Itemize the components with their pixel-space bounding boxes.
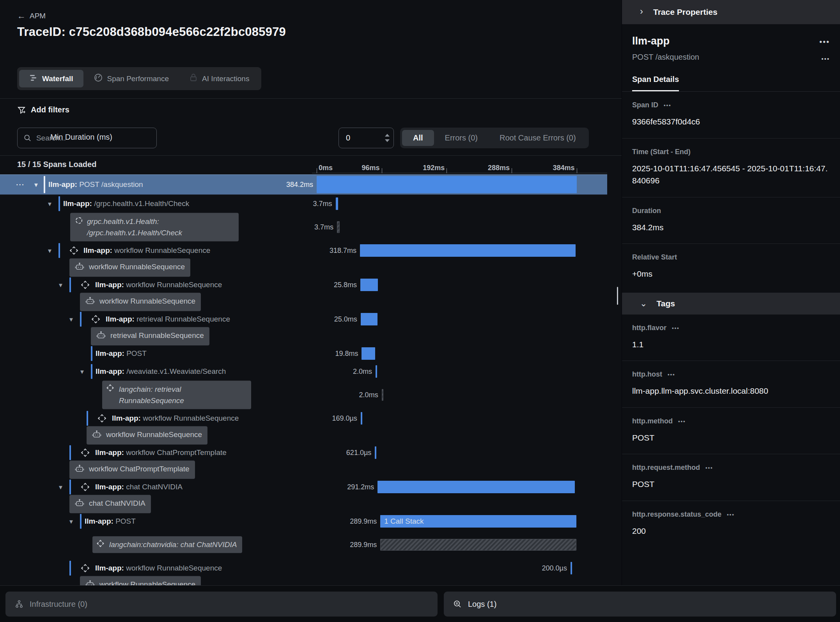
min-duration-value[interactable]: 0 xyxy=(346,133,385,142)
stepper-up-icon[interactable] xyxy=(385,134,390,137)
span-row[interactable]: ▼llm-app: /weaviate.v1.Weaviate/Search2.… xyxy=(0,363,607,380)
tab-span-performance[interactable]: Span Performance xyxy=(83,69,179,88)
chevron-down-icon[interactable]: ▼ xyxy=(79,368,85,375)
span-origin-chip[interactable]: workflow ChatPromptTemplate xyxy=(69,460,195,479)
span-row[interactable]: ▼llm-app: workflow RunnableSequence25.8m… xyxy=(0,276,607,294)
robot-icon xyxy=(85,295,95,308)
robot-icon xyxy=(75,261,84,274)
stepper-down-icon[interactable] xyxy=(385,139,390,142)
chip-row[interactable]: workflow RunnableSequence xyxy=(0,427,607,444)
min-duration-input[interactable]: 0 xyxy=(338,128,394,148)
span-row[interactable]: ⋯▼llm-app: POST /askquestion384.2ms xyxy=(0,174,607,195)
tab-ai-interactions[interactable]: AI Interactions xyxy=(179,69,259,88)
chevron-down-icon[interactable]: ▼ xyxy=(58,484,64,490)
tab-span-details[interactable]: Span Details xyxy=(632,75,679,91)
span-origin-chip[interactable]: langchain:chatnvidia: chat ChatNVIDIA xyxy=(92,536,242,553)
duration-bar[interactable] xyxy=(375,446,376,459)
span-row[interactable]: llm-app: workflow RunnableSequence169.0µ… xyxy=(0,409,607,427)
span-row[interactable]: ▼llm-app: /grpc.health.v1.Health/Check3.… xyxy=(0,195,607,213)
panel-header: › Trace Properties xyxy=(622,0,840,24)
collapse-panel-icon[interactable]: › xyxy=(640,6,643,17)
scrollbar-thumb[interactable] xyxy=(617,287,618,305)
back-link[interactable]: ← APM xyxy=(17,11,46,21)
chevron-down-icon[interactable]: ▼ xyxy=(58,282,64,288)
span-detail-key: Relative Start xyxy=(632,253,677,261)
span-origin-chip[interactable]: workflow RunnableSequence xyxy=(69,258,190,277)
chevron-down-icon[interactable]: ▼ xyxy=(47,201,53,207)
ruler-tick xyxy=(577,168,577,173)
duration-bar[interactable] xyxy=(360,279,378,291)
segment-all[interactable]: All xyxy=(402,130,434,146)
field-menu-icon[interactable]: ••• xyxy=(727,512,735,517)
duration-bar[interactable] xyxy=(380,539,576,551)
tags-section-header[interactable]: ⌄ Tags xyxy=(622,293,840,315)
span-operation-name: workflow RunnableSequence xyxy=(143,414,239,422)
span-origin-chip[interactable]: grpc.health.v1.Health: /grpc.health.v1.H… xyxy=(70,213,239,242)
add-filters-button[interactable]: Add filters xyxy=(17,105,69,114)
duration-bar[interactable] xyxy=(382,389,383,401)
chip-row[interactable]: workflow RunnableSequence xyxy=(0,259,607,276)
panel-tabs: Span Details xyxy=(622,75,840,92)
chip-row[interactable]: workflow RunnableSequence xyxy=(0,294,607,310)
tags-title: Tags xyxy=(656,299,675,308)
infrastructure-button[interactable]: Infrastructure (0) xyxy=(5,592,438,617)
span-label: llm-app: chat ChatNVIDIA xyxy=(95,483,183,491)
span-origin-chip[interactable]: workflow RunnableSequence xyxy=(80,293,201,311)
tab-waterfall[interactable]: Waterfall xyxy=(19,70,83,87)
segment-errors-0-[interactable]: Errors (0) xyxy=(434,130,489,146)
duration-bar[interactable] xyxy=(317,176,577,193)
min-duration-stepper[interactable] xyxy=(385,134,390,142)
row-menu-icon[interactable]: ⋯ xyxy=(16,179,25,190)
duration-bar[interactable] xyxy=(360,244,576,257)
duration-bar[interactable] xyxy=(362,347,375,360)
duration-bar[interactable] xyxy=(377,481,575,493)
service-menu-icon[interactable]: ••• xyxy=(819,37,830,46)
span-row[interactable]: ▼llm-app: chat ChatNVIDIA291.2ms xyxy=(0,478,607,496)
chip-row[interactable]: grpc.health.v1.Health: /grpc.health.v1.H… xyxy=(0,213,607,242)
duration-bar[interactable] xyxy=(571,562,572,574)
duration-bar[interactable] xyxy=(376,365,377,378)
segment-root-cause-errors-0-[interactable]: Root Cause Errors (0) xyxy=(489,130,587,146)
span-service-name: llm-app: xyxy=(106,315,136,323)
span-row[interactable]: llm-app: workflow RunnableSequence200.0µ… xyxy=(0,559,607,577)
span-origin-chip[interactable]: workflow RunnableSequence xyxy=(80,576,201,585)
span-row[interactable]: ▼llm-app: retrieval RunnableSequence25.0… xyxy=(0,310,607,328)
span-origin-chip[interactable]: langchain: retrieval RunnableSequence xyxy=(102,381,251,409)
span-origin-chip[interactable]: chat ChatNVIDIA xyxy=(69,495,151,513)
duration-bar[interactable] xyxy=(336,197,338,210)
field-menu-icon[interactable]: ••• xyxy=(664,102,672,108)
chip-row[interactable]: langchain:chatnvidia: chat ChatNVIDIA289… xyxy=(0,530,607,559)
chevron-down-icon[interactable]: ▼ xyxy=(68,316,74,323)
duration-bar[interactable]: 1 Call Stack xyxy=(380,515,576,528)
chevron-down-icon[interactable]: ▼ xyxy=(68,518,74,525)
span-row[interactable]: ▼llm-app: workflow RunnableSequence318.7… xyxy=(0,242,607,259)
chevron-down-icon[interactable]: ▼ xyxy=(47,247,53,254)
chip-row[interactable]: workflow ChatPromptTemplate xyxy=(0,462,607,478)
span-row[interactable]: llm-app: POST19.8ms xyxy=(0,345,607,363)
logs-button[interactable]: Logs (1) xyxy=(444,592,836,617)
duration-bar[interactable] xyxy=(361,313,377,325)
field-menu-icon[interactable]: ••• xyxy=(705,465,713,471)
timeline-ruler: 0ms96ms192ms288ms384ms xyxy=(0,156,622,173)
field-menu-icon[interactable]: ••• xyxy=(668,371,675,377)
span-guide-tick xyxy=(69,561,71,576)
span-row[interactable]: llm-app: workflow ChatPromptTemplate621.… xyxy=(0,444,607,462)
chip-row[interactable]: workflow RunnableSequence xyxy=(0,577,607,585)
span-origin-chip[interactable]: workflow RunnableSequence xyxy=(87,426,207,444)
operation-menu-icon[interactable]: ••• xyxy=(821,55,830,62)
field-menu-icon[interactable]: ••• xyxy=(678,418,686,424)
span-guide-tick xyxy=(91,346,92,361)
chip-row[interactable]: retrieval RunnableSequence xyxy=(0,328,607,345)
chip-row[interactable]: langchain: retrieval RunnableSequence2.0… xyxy=(0,380,607,409)
span-row[interactable]: ▼llm-app: POST1 Call Stack289.9ms xyxy=(0,512,607,530)
duration-bar[interactable] xyxy=(337,221,339,233)
span-origin-chip[interactable]: retrieval RunnableSequence xyxy=(91,327,209,345)
duration-bar[interactable] xyxy=(361,412,362,425)
chevron-down-icon[interactable]: ▼ xyxy=(33,181,39,188)
chip-row[interactable]: chat ChatNVIDIA xyxy=(0,496,607,512)
chevron-down-icon[interactable]: ⌄ xyxy=(640,299,647,309)
call-stack-badge[interactable]: 1 Call Stack xyxy=(384,517,424,526)
chip-label: langchain:chatnvidia: chat ChatNVIDIA xyxy=(109,539,237,550)
chip-label: workflow RunnableSequence xyxy=(99,295,195,307)
field-menu-icon[interactable]: ••• xyxy=(672,325,680,331)
